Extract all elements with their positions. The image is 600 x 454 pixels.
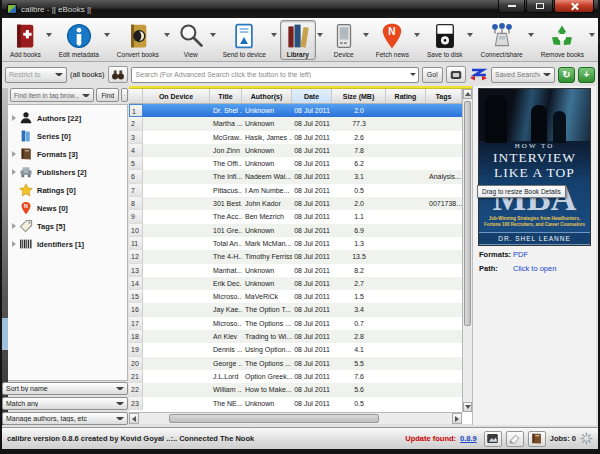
advanced-search-button[interactable] <box>469 67 488 83</box>
refresh-saved-search-button[interactable]: ↻ <box>558 67 575 83</box>
table-row[interactable]: 13Manhat...Unknown08 Jul 20118.2 <box>129 264 462 277</box>
scroll-left-button[interactable] <box>129 413 139 424</box>
sidebar-item-publishers[interactable]: Publishers [2] <box>8 163 127 181</box>
expand-arrow-icon[interactable] <box>10 169 18 175</box>
toolbar-button-library[interactable]: Library <box>280 20 316 60</box>
search-history-chevron-icon[interactable] <box>410 73 416 76</box>
column-header-tags[interactable]: Tags <box>426 89 462 103</box>
sidebar-item-authors[interactable]: Authors [22] <box>8 109 127 127</box>
restrict-to-dropdown[interactable]: Restrict to <box>5 67 67 83</box>
column-header-author-s[interactable]: Author(s) <box>242 89 292 103</box>
add-saved-search-button[interactable]: + <box>578 67 595 83</box>
scroll-down-button[interactable] <box>463 402 472 412</box>
dropdown-arrow-icon[interactable] <box>589 33 595 37</box>
table-row[interactable]: 19Dennis ...Using Option...08 Jul 20114.… <box>129 343 462 356</box>
scrollbar-thumb[interactable] <box>464 101 471 326</box>
table-row[interactable]: 3McGraw...Hasik, James ...08 Jul 20112.6 <box>129 131 462 144</box>
title-bar[interactable]: calibre - || eBooks || <box>2 0 598 18</box>
column-header-title[interactable]: Title <box>210 89 242 103</box>
sidebar-item-identifiers[interactable]: Identifiers [1] <box>8 235 127 253</box>
table-row[interactable]: 9The Acc...Ben Mezrich08 Jul 20111.1 <box>129 210 462 223</box>
sidebar-item-ratings[interactable]: Ratings [0] <box>8 181 127 199</box>
table-row[interactable]: 11Total An...Mark McMan...08 Jul 20111.3 <box>129 237 462 250</box>
table-row[interactable]: 23The NE...Unknown08 Jul 20110.5 <box>129 397 462 410</box>
column-header-on-device[interactable]: On Device <box>143 89 210 103</box>
toolbar-button-connect-share[interactable]: Connect/share <box>476 20 526 60</box>
sidebar-item-news[interactable]: NNews [0] <box>8 199 127 217</box>
dropdown-arrow-icon[interactable] <box>528 33 534 37</box>
saved-searches-dropdown[interactable]: Saved Searches <box>491 67 555 83</box>
sidebar-item-tags[interactable]: Tags [5] <box>8 217 127 235</box>
scroll-up-button[interactable] <box>463 89 472 99</box>
toggle-cover-browser-button[interactable] <box>484 431 502 447</box>
format-pdf-link[interactable]: PDF <box>513 250 528 259</box>
table-row[interactable]: 21J.L.LordOption Greek...08 Jul 20117.6 <box>129 370 462 383</box>
clear-search-button[interactable] <box>446 66 466 83</box>
toolbar-button-save-to-disk[interactable]: Save to disk <box>423 20 466 60</box>
match-dropdown[interactable]: Match any <box>2 397 128 410</box>
minimize-button[interactable] <box>498 0 525 13</box>
dropdown-arrow-icon[interactable] <box>46 33 52 37</box>
table-row[interactable]: 1Dr. Shel ...Unknown08 Jul 20112.0 <box>129 104 462 117</box>
jobs-status[interactable]: Jobs: 0 <box>550 434 576 443</box>
table-row[interactable]: 15Microso...MaVeRiCk08 Jul 20111.5 <box>129 290 462 303</box>
expand-arrow-icon[interactable] <box>10 115 18 121</box>
scroll-right-button[interactable] <box>452 413 462 424</box>
toolbar-button-device[interactable]: Device <box>326 20 362 60</box>
toolbar-button-view[interactable]: View <box>173 20 209 60</box>
vertical-scrollbar[interactable] <box>462 89 472 412</box>
close-button[interactable] <box>554 0 594 13</box>
table-row[interactable]: 12The 4-H...Timothy Ferriss08 Jul 201113… <box>129 250 462 263</box>
table-row[interactable]: 8301 Best...John Kador08 Jul 20112.00071… <box>129 197 462 210</box>
dropdown-arrow-icon[interactable] <box>271 33 277 37</box>
horizontal-scrollbar[interactable] <box>129 412 462 424</box>
table-row[interactable]: 16Jay Kae...The Option T...08 Jul 20113.… <box>129 303 462 316</box>
table-row[interactable]: 7Pittacus...I Am Numbe...08 Jul 20110.5 <box>129 184 462 197</box>
table-row[interactable]: 6The Infl...Nadeem Wal...08 Jul 20113.1A… <box>129 170 462 183</box>
find-button[interactable]: Find <box>96 88 119 102</box>
update-version-link[interactable]: 0.8.9 <box>460 434 477 443</box>
table-row[interactable]: 18Ari KievTrading to Wi...08 Jul 20112.8 <box>129 330 462 343</box>
table-row[interactable]: 4Jon ZinnUnknown08 Jul 20117.8 <box>129 144 462 157</box>
search-input[interactable] <box>136 71 410 78</box>
table-row[interactable]: 14Erik Dec...Unknown08 Jul 20112.7 <box>129 277 462 290</box>
toolbar-button-convert-books[interactable]: Convert books <box>113 20 163 60</box>
toolbar-button-edit-metadata[interactable]: Edit metadata <box>55 20 103 60</box>
dropdown-arrow-icon[interactable] <box>164 33 170 37</box>
find-options-button[interactable]: · <box>121 88 128 102</box>
dropdown-arrow-icon[interactable] <box>210 33 216 37</box>
dropdown-arrow-icon[interactable] <box>363 33 369 37</box>
dropdown-arrow-icon[interactable] <box>467 33 473 37</box>
table-row[interactable]: 2Martha ...Unknown08 Jul 201177.3 <box>129 117 462 130</box>
column-header-size-mb[interactable]: Size (MB) <box>332 89 386 103</box>
path-open-link[interactable]: Click to open <box>513 264 556 273</box>
go-button[interactable]: Go! <box>422 67 443 83</box>
table-row[interactable]: 17Microso...The Options ...08 Jul 20110.… <box>129 317 462 330</box>
maximize-button[interactable] <box>526 0 553 13</box>
sidebar-item-formats[interactable]: Formats [3] <box>8 145 127 163</box>
dropdown-arrow-icon[interactable] <box>317 33 323 37</box>
tag-find-input[interactable]: Find item in tag brow... <box>10 88 94 102</box>
column-header-date[interactable]: Date <box>292 89 332 103</box>
sidebar-item-series[interactable]: Series [0] <box>8 127 127 145</box>
jobs-spinner-icon[interactable] <box>580 432 593 445</box>
sort-by-dropdown[interactable]: Sort by name <box>2 382 128 395</box>
table-row[interactable]: 10101 Gre...Unknown08 Jul 20116.9 <box>129 224 462 237</box>
column-header-rating[interactable]: Rating <box>386 89 426 103</box>
table-row[interactable]: 22William ...How to Make...08 Jul 20115.… <box>129 383 462 396</box>
table-row[interactable]: 20George ...The Options ...08 Jul 20115.… <box>129 357 462 370</box>
toolbar-button-send-to-device[interactable]: Send to device <box>219 20 270 60</box>
scrollbar-thumb[interactable] <box>169 414 379 423</box>
choose-library-button[interactable] <box>108 66 128 83</box>
dropdown-arrow-icon[interactable] <box>414 33 420 37</box>
toggle-book-details-button[interactable] <box>528 431 546 447</box>
toggle-tag-browser-button[interactable] <box>506 431 524 447</box>
toolbar-button-add-books[interactable]: Add books <box>6 20 45 60</box>
table-row[interactable]: 5The Offi...Unknown08 Jul 20116.2 <box>129 157 462 170</box>
expand-arrow-icon[interactable] <box>10 223 18 229</box>
dropdown-arrow-icon[interactable] <box>104 33 110 37</box>
expand-arrow-icon[interactable] <box>10 151 18 157</box>
manage-dropdown[interactable]: Manage authors, tags, etc <box>2 412 128 425</box>
toolbar-button-fetch-news[interactable]: NFetch news <box>372 20 413 60</box>
toolbar-button-remove-books[interactable]: Remove books <box>537 20 588 60</box>
